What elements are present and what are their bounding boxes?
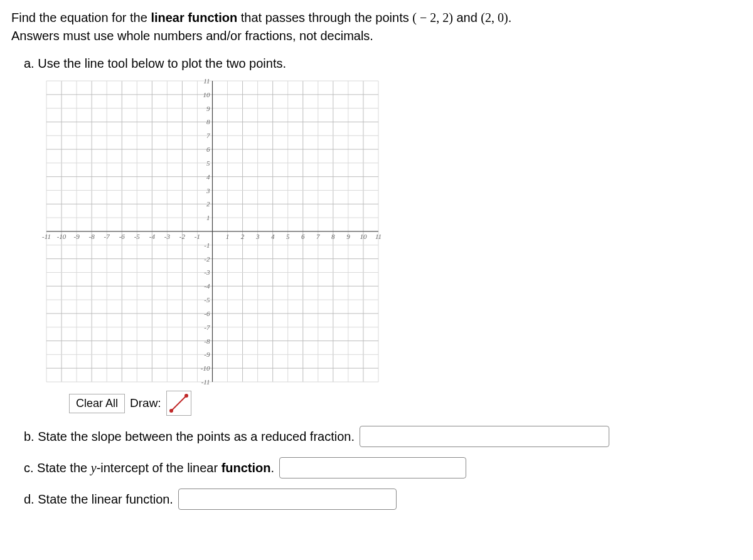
svg-text:-9: -9 — [204, 351, 210, 358]
question-prompt: Find the equation for the linear functio… — [11, 9, 742, 45]
draw-label: Draw: — [130, 396, 161, 410]
svg-point-94 — [184, 394, 188, 398]
svg-text:-1: -1 — [195, 233, 200, 240]
svg-text:7: 7 — [316, 233, 320, 240]
intro-line1-bold: linear function — [151, 11, 237, 24]
svg-text:9: 9 — [346, 233, 350, 240]
svg-text:11: 11 — [375, 233, 382, 240]
part-c-end: . — [271, 461, 275, 475]
line-tool-icon — [168, 392, 190, 415]
part-d-label: d. State the linear function. — [24, 492, 173, 507]
intro-and: and — [453, 11, 481, 24]
svg-text:-2: -2 — [204, 255, 210, 263]
svg-text:10: 10 — [203, 91, 211, 98]
svg-text:1: 1 — [226, 233, 230, 240]
part-a-label: a. Use the line tool below to plot the t… — [24, 56, 742, 71]
svg-text:5: 5 — [206, 159, 210, 167]
line-tool-button[interactable] — [166, 391, 191, 416]
svg-text:8: 8 — [331, 233, 335, 240]
svg-text:6: 6 — [206, 145, 210, 153]
svg-line-92 — [171, 396, 186, 411]
svg-text:4: 4 — [271, 233, 275, 240]
svg-text:9: 9 — [206, 105, 210, 112]
part-c-y: y — [91, 461, 97, 475]
part-c-mid: -intercept of the linear — [97, 461, 222, 475]
svg-text:-8: -8 — [204, 337, 210, 345]
point-2: (2, 0) — [481, 11, 508, 24]
svg-text:3: 3 — [206, 187, 210, 194]
svg-text:-11: -11 — [201, 378, 210, 386]
svg-text:8: 8 — [206, 118, 210, 125]
point-1: ( − 2, 2) — [412, 11, 453, 24]
intro-line1-mid: that passes through the points — [237, 11, 412, 24]
part-c-pre: c. State the — [24, 461, 91, 475]
svg-point-93 — [169, 409, 173, 413]
svg-text:-7: -7 — [104, 233, 110, 240]
svg-text:7: 7 — [206, 132, 210, 139]
svg-text:-11: -11 — [42, 233, 51, 240]
svg-text:-4: -4 — [204, 282, 210, 290]
svg-text:-9: -9 — [74, 233, 80, 240]
svg-text:-3: -3 — [204, 268, 210, 276]
svg-text:4: 4 — [206, 173, 210, 181]
part-c-bold: function — [222, 461, 271, 475]
svg-text:3: 3 — [255, 233, 260, 240]
linear-function-input[interactable] — [178, 489, 397, 510]
intro-end: . — [508, 11, 512, 24]
svg-text:11: 11 — [203, 77, 210, 85]
svg-text:-1: -1 — [204, 241, 210, 249]
svg-text:-10: -10 — [57, 233, 67, 240]
svg-text:-6: -6 — [119, 233, 125, 240]
intro-line2: Answers must use whole numbers and/or fr… — [11, 29, 373, 43]
svg-text:5: 5 — [286, 233, 290, 240]
svg-text:2: 2 — [241, 233, 245, 240]
slope-input[interactable] — [360, 426, 609, 447]
svg-text:2: 2 — [206, 200, 210, 208]
svg-text:-4: -4 — [149, 233, 156, 240]
svg-text:-7: -7 — [204, 324, 210, 331]
part-b-label: b. State the slope between the points as… — [24, 430, 355, 444]
part-c-label: c. State the y-intercept of the linear f… — [24, 461, 274, 475]
svg-text:-8: -8 — [89, 233, 95, 240]
svg-text:-5: -5 — [204, 296, 210, 304]
svg-text:6: 6 — [301, 233, 305, 240]
intro-line1-pre: Find the equation for the — [11, 11, 151, 24]
svg-text:1: 1 — [206, 214, 210, 221]
svg-text:-10: -10 — [201, 364, 210, 372]
svg-text:-6: -6 — [204, 310, 210, 317]
clear-all-button[interactable]: Clear All — [69, 394, 125, 413]
svg-text:10: 10 — [360, 233, 367, 240]
svg-text:-3: -3 — [164, 233, 171, 240]
y-intercept-input[interactable] — [279, 457, 466, 478]
coordinate-grid[interactable]: -11-10-9-8-7-6-5-4-3-2-11234567891011-11… — [41, 76, 383, 387]
svg-text:-5: -5 — [134, 233, 141, 240]
svg-text:-2: -2 — [179, 233, 186, 240]
